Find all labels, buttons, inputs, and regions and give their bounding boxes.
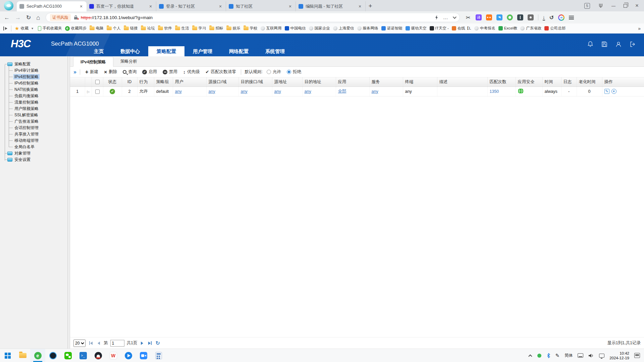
dst-addr-link[interactable]: any <box>305 89 311 94</box>
close-tab-icon[interactable] <box>218 4 223 9</box>
bookmark-item[interactable]: 招标 <box>209 26 223 31</box>
bookmark-item[interactable]: 娱乐 <box>226 26 240 31</box>
terminal-button[interactable] <box>75 349 91 362</box>
start-button[interactable] <box>0 349 15 362</box>
bookmark-item[interactable]: 服务网络 <box>357 26 378 31</box>
bookmark-item[interactable]: 上海爱信 <box>333 26 354 31</box>
bookmark-item[interactable]: 软件 <box>158 26 172 31</box>
src-addr-link[interactable]: any <box>274 89 281 94</box>
wechat-button[interactable] <box>60 349 75 362</box>
close-window-button[interactable] <box>635 2 639 9</box>
tree-item[interactable]: 用户限额策略 <box>0 106 67 112</box>
page-input[interactable] <box>110 340 124 347</box>
bookmark-item[interactable]: 诺诺智能 <box>381 26 402 31</box>
user-account-icon[interactable] <box>615 41 622 47</box>
tree-item[interactable]: 负载均衡策略 <box>0 93 67 99</box>
browser-tab[interactable]: 知了社区 <box>226 1 296 11</box>
browser-tab[interactable]: 编辑问题 - 知了社区 <box>296 1 366 11</box>
browser-logo-icon[interactable] <box>4 1 13 10</box>
bookmark-item[interactable]: 电脑 <box>90 26 104 31</box>
bookmark-item[interactable]: IT天空 - <box>430 26 449 31</box>
disable-button[interactable]: 禁用 <box>161 69 179 75</box>
wps-button[interactable] <box>106 349 121 362</box>
bookmark-item[interactable]: 链接 <box>124 26 138 31</box>
downloads-icon[interactable] <box>543 15 545 20</box>
bookmark-item[interactable]: 在线【L <box>452 26 471 31</box>
service-link[interactable]: any <box>372 89 378 94</box>
bookmark-item[interactable]: 论坛 <box>141 26 155 31</box>
close-tab-icon[interactable] <box>357 4 363 9</box>
disable-policy-icon[interactable] <box>611 89 616 94</box>
new-button[interactable]: 新建 <box>84 69 100 75</box>
bookmarks-overflow-icon[interactable] <box>636 23 641 33</box>
file-explorer-button[interactable] <box>15 349 30 362</box>
bookmark-item[interactable]: 学校 <box>244 26 258 31</box>
bookmark-item[interactable]: 广东省政 <box>520 26 541 31</box>
select-all-checkbox[interactable] <box>95 80 100 84</box>
nav-item[interactable]: 系统管理 <box>257 46 293 56</box>
bookmark-item[interactable]: Excel教 <box>498 26 518 31</box>
browser-tools-icon[interactable] <box>598 3 603 8</box>
bookmark-item[interactable]: 国家企业 <box>309 26 330 31</box>
first-page-button[interactable] <box>88 341 94 345</box>
nav-item[interactable]: 策略配置 <box>148 46 184 56</box>
user-link[interactable]: any <box>175 89 182 94</box>
tree-item[interactable]: 全局白名单 <box>0 144 67 150</box>
tree-item[interactable]: NAT转换策略 <box>0 86 67 93</box>
sidebar-splitter[interactable] <box>68 56 70 349</box>
minimize-button[interactable] <box>611 3 615 9</box>
ime-language-label[interactable]: 简体 <box>565 353 573 358</box>
tray-expand-icon[interactable] <box>528 354 532 358</box>
insecure-lock-icon[interactable]: × <box>74 15 78 20</box>
extensions-icon[interactable] <box>528 14 534 20</box>
content-tab[interactable]: IPv4控制策略 <box>73 57 113 67</box>
content-tab[interactable]: 策略分析 <box>113 56 144 66</box>
game-center-icon[interactable] <box>486 14 492 20</box>
tree-item[interactable]: 流量控制策略 <box>0 99 67 106</box>
bluetooth-icon[interactable] <box>546 353 550 358</box>
tree-item[interactable]: 移动终端管理 <box>0 137 67 144</box>
url-text[interactable]: https://172.18.100.1/webui/?g=main <box>81 15 153 20</box>
tree-root-security-settings[interactable]: 安全设置 <box>0 157 67 163</box>
query-button[interactable]: 查询 <box>121 69 138 75</box>
browser-tab[interactable]: SecPath ACG1000 <box>17 1 87 11</box>
nav-item[interactable]: 主页 <box>86 46 112 56</box>
default-rule-deny-radio[interactable]: 拒绝 <box>285 69 303 75</box>
bookmark-favorites[interactable]: 收藏 <box>14 26 35 31</box>
dark-app-button[interactable] <box>45 349 60 362</box>
certificate-warning[interactable]: 证书风险 <box>50 14 71 21</box>
bookmark-item[interactable]: 手机收藏夹 <box>38 26 62 31</box>
refresh-icon[interactable] <box>155 340 160 346</box>
tab-count-badge[interactable]: 5 <box>584 3 590 9</box>
close-tab-icon[interactable] <box>287 4 293 9</box>
bird-extension-icon[interactable] <box>496 14 502 20</box>
action-center-icon[interactable] <box>634 353 640 358</box>
save-config-icon[interactable] <box>601 41 607 47</box>
touch-keyboard-icon[interactable] <box>578 353 583 358</box>
bookmark-item[interactable]: 中考报名 <box>474 26 495 31</box>
tree-item[interactable]: IPv4控制策略 <box>0 74 67 80</box>
more-actions-icon[interactable] <box>443 14 448 20</box>
next-page-button[interactable] <box>140 342 145 345</box>
bookmark-item[interactable]: 互联网用 <box>261 26 282 31</box>
clear-match-count-button[interactable]: 匹配次数清零 <box>204 69 238 75</box>
enable-button[interactable]: 启用 <box>141 69 159 75</box>
tree-item[interactable]: IPv6控制策略 <box>0 80 67 86</box>
browser-tab[interactable]: 登录 - 知了社区 <box>156 1 226 11</box>
bookmark-item[interactable]: 中国电信 <box>285 26 306 31</box>
tray-green-icon[interactable] <box>537 354 541 358</box>
notification-bell-icon[interactable] <box>587 41 593 47</box>
edit-policy-icon[interactable] <box>604 89 609 94</box>
bookmark-item[interactable]: 收藏同步 <box>65 26 87 31</box>
network-icon[interactable] <box>599 354 604 358</box>
restore-button[interactable] <box>624 4 627 8</box>
reload-icon[interactable] <box>26 15 31 20</box>
tree-item[interactable]: SSL解密策略 <box>0 112 67 118</box>
back-icon[interactable] <box>4 15 10 20</box>
browser-menu-icon[interactable] <box>569 16 574 19</box>
pen-icon[interactable] <box>555 353 560 359</box>
nav-item[interactable]: 用户管理 <box>184 46 221 56</box>
calculator-button[interactable] <box>151 349 166 362</box>
tree-item[interactable]: IPv4审计策略 <box>0 67 67 74</box>
tree-item[interactable]: 会话控制管理 <box>0 125 67 131</box>
